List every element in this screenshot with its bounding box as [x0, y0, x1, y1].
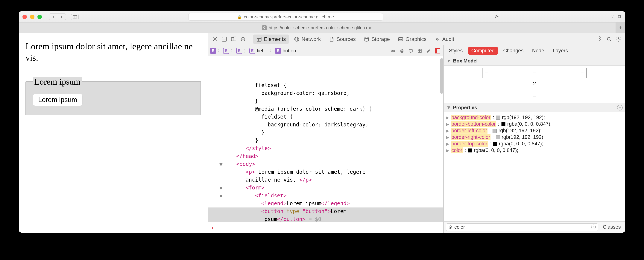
dock-side-icon[interactable] — [230, 35, 238, 43]
dom-line[interactable]: ▼<body> — [208, 160, 443, 168]
tab-sources[interactable]: Sources — [325, 35, 359, 44]
titlebar: ‹ › 🔒 color-scheme-prefers-color-scheme.… — [19, 11, 625, 23]
close-devtools-icon[interactable] — [211, 35, 219, 43]
dom-line[interactable]: fieldset { — [208, 113, 443, 121]
dom-line[interactable]: @media (prefers-color-scheme: dark) { — [208, 105, 443, 113]
box-model-header[interactable]: ▼ Box Model — [444, 56, 625, 66]
styles-sidebar: Styles Computed Changes Node Layers ▼ Bo… — [444, 45, 625, 233]
side-tab-computed[interactable]: Computed — [468, 47, 498, 55]
devtools-toolbar: Elements Network Sources Storage Graphic… — [208, 33, 625, 45]
svg-rect-27 — [409, 49, 412, 52]
property-row[interactable]: ▶ background-color: rgb(192, 192, 192); — [446, 114, 623, 121]
property-row[interactable]: ▶ color: rgba(0, 0, 0, 0.847); — [446, 147, 623, 154]
tab-elements[interactable]: Elements — [253, 35, 289, 44]
filter-menu-icon[interactable]: ≡ — [617, 105, 623, 110]
back-button[interactable]: ‹ — [49, 14, 58, 20]
dom-line[interactable]: } — [208, 97, 443, 105]
dom-tree[interactable]: fieldset { background-color: gainsboro;}… — [208, 56, 443, 222]
url-bar[interactable]: 🔒 color-scheme-prefers-color-scheme.glit… — [188, 13, 383, 21]
devtools: Elements Network Sources Storage Graphic… — [208, 33, 625, 233]
side-tab-styles[interactable]: Styles — [446, 47, 466, 55]
tab-storage[interactable]: Storage — [360, 35, 393, 44]
property-row[interactable]: ▶ border-top-color: rgba(0, 0, 0, 0.847)… — [446, 141, 623, 147]
share-icon[interactable]: ⇪ — [610, 14, 614, 20]
dom-line[interactable]: } — [208, 137, 443, 145]
side-tab-node[interactable]: Node — [529, 47, 548, 55]
tab-audit[interactable]: Audit — [431, 35, 458, 44]
grid-icon[interactable] — [416, 47, 424, 55]
dom-line[interactable]: </head> — [208, 152, 443, 160]
elements-icon — [256, 35, 262, 43]
dom-line[interactable]: <legend>Lorem ipsum</legend> — [208, 200, 443, 207]
breadcrumb-bar: E〉 E〉 E〉 Efiel…〉 Ebutton — [208, 45, 443, 56]
maximize-window[interactable] — [38, 15, 42, 19]
crumb-4[interactable]: Ebutton — [275, 48, 296, 54]
device-icon[interactable] — [407, 47, 414, 55]
search-icon[interactable] — [605, 35, 613, 43]
crumb-1[interactable]: E — [223, 48, 229, 54]
property-row[interactable]: ▶ border-bottom-color: rgba(0, 0, 0, 0.8… — [446, 121, 623, 127]
tabs-icon[interactable]: ⧉ — [618, 14, 622, 20]
filter-input[interactable]: ⊜ color ⓧ — [446, 223, 598, 231]
page-form: Lorem ipsum Lorem ipsum — [26, 77, 201, 115]
content-row: Lorem ipsum dolor sit amet, legere ancil… — [19, 33, 625, 233]
overflow-icon[interactable] — [596, 35, 604, 43]
traffic-lights — [22, 15, 42, 19]
dom-line[interactable]: <p> Lorem ipsum dolor sit amet, legere — [208, 168, 443, 176]
reload-button[interactable]: ⟳ — [492, 14, 501, 20]
dom-line[interactable]: } — [208, 129, 443, 137]
new-tab-button[interactable]: + — [616, 23, 625, 33]
property-row[interactable]: ▶ border-left-color: rgb(192, 192, 192); — [446, 127, 623, 134]
svg-point-14 — [294, 37, 299, 41]
dom-line[interactable]: background-color: gainsboro; — [208, 89, 443, 97]
filter-bar: ⊜ color ⓧ Classes — [444, 221, 625, 233]
side-tab-changes[interactable]: Changes — [500, 47, 527, 55]
clear-filter-icon[interactable]: ⓧ — [591, 224, 596, 230]
crumb-3[interactable]: Efiel… — [249, 48, 268, 54]
side-tab-layers[interactable]: Layers — [550, 47, 571, 55]
dom-line[interactable]: </style> — [208, 145, 443, 152]
tab-graphics[interactable]: Graphics — [394, 35, 430, 44]
dom-line[interactable]: background-color: darkslategray; — [208, 121, 443, 129]
properties-list: ▶ background-color: rgb(192, 192, 192);▶… — [444, 112, 625, 221]
dom-line[interactable]: ipsum</button> = $0 — [208, 215, 443, 222]
tab-network[interactable]: Network — [290, 35, 324, 44]
brush-icon[interactable] — [425, 47, 432, 55]
rendered-page: Lorem ipsum dolor sit amet, legere ancil… — [19, 33, 208, 233]
dom-line[interactable]: <button type="button">Lorem — [208, 207, 443, 215]
dock-bottom-icon[interactable] — [220, 35, 228, 43]
crumb-2[interactable]: E — [236, 48, 242, 54]
ruler-icon[interactable] — [389, 47, 396, 55]
print-icon[interactable] — [398, 47, 406, 55]
network-icon — [294, 35, 300, 43]
forward-button[interactable]: › — [58, 14, 66, 20]
dom-line[interactable]: fieldset { — [208, 81, 443, 89]
settings-icon[interactable] — [614, 35, 623, 43]
storage-icon — [364, 35, 370, 43]
properties-header[interactable]: ▼ Properties ≡ — [444, 103, 625, 112]
svg-rect-29 — [418, 49, 420, 51]
scrollbar[interactable] — [440, 58, 443, 94]
svg-rect-31 — [418, 51, 420, 53]
sidebar-toggle[interactable] — [71, 14, 79, 20]
close-window[interactable] — [22, 15, 27, 19]
minimize-window[interactable] — [30, 15, 34, 19]
dom-line[interactable]: ▼<form> — [208, 184, 443, 192]
browser-tab[interactable]: C https://color-scheme-prefers-color-sch… — [19, 23, 616, 33]
page-legend: Lorem ipsum — [33, 77, 82, 87]
property-row[interactable]: ▶ border-right-color: rgb(192, 192, 192)… — [446, 134, 623, 141]
page-fieldset: Lorem ipsum Lorem ipsum — [26, 77, 201, 115]
crumb-0[interactable]: E — [210, 48, 216, 54]
console-strip[interactable]: › — [208, 222, 443, 233]
tab-title: https://color-scheme-prefers-color-schem… — [269, 25, 372, 30]
classes-button[interactable]: Classes — [600, 224, 623, 230]
inspect-icon[interactable] — [239, 35, 247, 43]
svg-rect-4 — [222, 37, 226, 41]
dom-line[interactable]: ▼<fieldset> — [208, 192, 443, 200]
devtools-body: E〉 E〉 E〉 Efiel…〉 Ebutton — [208, 45, 625, 233]
filter-icon: ⊜ — [448, 224, 452, 230]
dom-line[interactable]: ancillae ne vis. </p> — [208, 176, 443, 184]
compositing-icon[interactable] — [434, 47, 442, 55]
toolbar-right: ⇪ ⧉ — [610, 14, 622, 20]
page-button[interactable]: Lorem ipsum — [33, 94, 82, 106]
